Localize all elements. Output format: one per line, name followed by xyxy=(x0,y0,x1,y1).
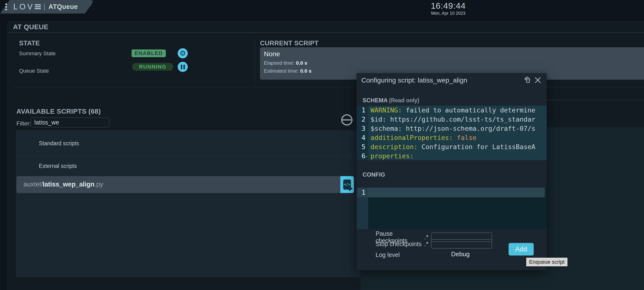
fold-icon[interactable]: ▾ xyxy=(366,152,368,160)
summary-state-badge: ENABLED xyxy=(132,49,166,57)
available-scripts-heading: AVAILABLE SCRIPTS (68) xyxy=(16,108,101,115)
log-level-select[interactable]: Debug xyxy=(451,251,514,258)
close-icon[interactable] xyxy=(534,76,542,84)
clock-time: 16:49:44 xyxy=(419,1,477,10)
clock: 16:49:44 Mon, Apr 10 2023 xyxy=(419,1,477,16)
collapse-available-scripts-icon[interactable] xyxy=(341,114,353,126)
schema-editor: 1WARNING: failed to automatically determ… xyxy=(357,106,547,160)
queue-state-label: Queue State xyxy=(19,68,49,74)
config-editor[interactable]: 1 xyxy=(357,188,547,229)
schema-line: 5description: Configuration for LatissBa… xyxy=(357,142,547,152)
schema-heading: SCHEMA (Read only) xyxy=(362,97,419,104)
modal-title: Configuring script: latiss_wep_align xyxy=(361,76,467,84)
resize-modal-icon[interactable] xyxy=(523,76,531,84)
elapsed-time-label: Elapsed time: xyxy=(264,60,294,66)
summary-state-settings-button[interactable]: ⚙ xyxy=(178,48,188,58)
estimated-time-label: Estimated time: xyxy=(264,68,299,74)
config-active-line xyxy=(368,188,545,197)
schema-line: 3$schema: http://json-schema.org/draft-0… xyxy=(357,124,547,133)
column-divider xyxy=(255,39,255,87)
script-list-item[interactable]: auxtel/latiss_wep_align.py </> xyxy=(16,176,354,193)
schema-readonly-tag: (Read only) xyxy=(389,97,419,103)
stop-checkpoints-pattern: .* xyxy=(424,241,431,248)
config-line-number: 1 xyxy=(357,188,368,197)
pause-icon xyxy=(181,65,185,69)
current-script-name: None xyxy=(264,50,644,58)
current-script-heading: CURRENT SCRIPT xyxy=(260,39,318,47)
schema-line: 2$id: https://github.com/lsst-ts/ts_stan… xyxy=(357,115,547,124)
logo-separator xyxy=(44,3,45,10)
filter-input[interactable] xyxy=(31,117,109,127)
gear-icon: ⚙ xyxy=(180,50,186,57)
config-heading: CONFIG xyxy=(362,171,385,178)
estimated-time-value: 0.0 s xyxy=(300,68,312,74)
section-divider xyxy=(13,87,644,87)
pause-queue-button[interactable] xyxy=(178,62,188,72)
script-path: auxtel/latiss_wep_align.py xyxy=(24,181,103,188)
accordion-divider xyxy=(16,156,360,156)
schema-line: 1WARNING: failed to automatically determ… xyxy=(357,106,547,115)
summary-state-label: Summary State xyxy=(19,50,56,57)
add-button[interactable]: Add xyxy=(508,243,534,256)
panel-header: AT QUEUE xyxy=(8,21,644,33)
state-heading: STATE xyxy=(19,39,40,47)
script-code-icon: </> xyxy=(343,180,351,190)
schema-line: 4additionalProperties: false xyxy=(357,133,547,142)
love-logo-e-icon xyxy=(35,4,41,9)
clock-date: Mon, Apr 10 2023 xyxy=(419,11,477,16)
play-icon xyxy=(349,186,353,191)
elapsed-time-value: 0.0 s xyxy=(296,60,307,66)
configure-script-button[interactable]: </> xyxy=(340,176,354,193)
app-title: ATQueue xyxy=(48,3,78,10)
love-logo: LOV xyxy=(13,2,34,11)
log-level-label: Log level xyxy=(376,251,424,258)
configure-script-modal: Configuring script: latiss_wep_align SCH… xyxy=(356,73,547,270)
panel-title: AT QUEUE xyxy=(13,23,48,31)
filter-label: Filter: xyxy=(16,120,31,127)
stop-checkpoints-input[interactable] xyxy=(431,239,492,249)
queue-state-badge: RUNNING xyxy=(132,63,173,71)
stop-checkpoints-label: Stop checkpoints xyxy=(376,241,424,248)
external-scripts-label: External scripts xyxy=(39,163,77,169)
schema-line: 6▾properties: xyxy=(357,152,547,160)
scripts-accordion: Standard scripts External scripts xyxy=(16,130,360,278)
enqueue-script-tooltip: Enqueue script xyxy=(526,258,568,266)
kebab-menu-icon[interactable] xyxy=(5,3,7,10)
standard-scripts-label: Standard scripts xyxy=(39,140,79,147)
